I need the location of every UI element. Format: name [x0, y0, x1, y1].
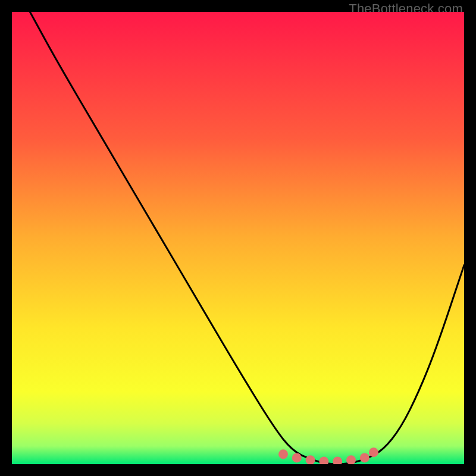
- optimal-marker: [279, 450, 287, 458]
- optimal-marker: [320, 457, 328, 464]
- optimal-marker: [361, 453, 369, 462]
- optimal-marker: [333, 457, 342, 464]
- optimal-marker: [306, 456, 315, 464]
- chart-frame: [12, 12, 464, 464]
- bottleneck-chart: [12, 12, 464, 464]
- gradient-bg: [12, 12, 464, 464]
- optimal-marker: [369, 448, 378, 456]
- optimal-marker: [293, 453, 301, 462]
- optimal-marker: [347, 456, 355, 464]
